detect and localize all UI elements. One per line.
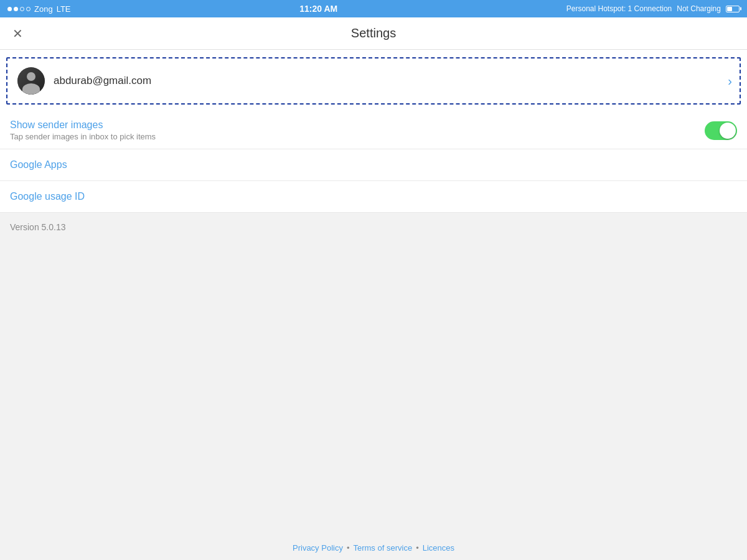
sender-images-toggle[interactable] xyxy=(705,121,737,140)
gray-area: Version 5.0.13 xyxy=(0,213,747,560)
nav-bar: ✕ Settings xyxy=(0,17,747,50)
network-type: LTE xyxy=(57,4,71,14)
toggle-knob xyxy=(720,123,736,139)
privacy-policy-link[interactable]: Privacy Policy xyxy=(293,543,343,553)
footer-separator-2: • xyxy=(416,543,419,553)
toggle-label: Show sender images xyxy=(10,119,156,131)
footer: Privacy Policy • Terms of service • Lice… xyxy=(0,535,747,560)
hotspot-text: Personal Hotspot: 1 Connection xyxy=(566,4,672,13)
toggle-text: Show sender images Tap sender images in … xyxy=(10,119,156,141)
signal-dot-4 xyxy=(26,7,31,11)
close-button[interactable]: ✕ xyxy=(10,24,26,44)
battery-fill xyxy=(727,7,732,11)
battery-text: Not Charging xyxy=(677,4,721,13)
page-title: Settings xyxy=(351,26,396,40)
battery-icon xyxy=(726,6,740,12)
account-row[interactable]: abdurab@gmail.com › xyxy=(6,57,741,105)
status-right: Personal Hotspot: 1 Connection Not Charg… xyxy=(566,4,740,13)
toggle-sublabel: Tap sender images in inbox to pick items xyxy=(10,132,156,141)
licences-link[interactable]: Licences xyxy=(423,543,454,553)
avatar-image xyxy=(17,67,45,95)
status-time: 11:20 AM xyxy=(299,4,337,14)
google-apps-label: Google Apps xyxy=(10,159,67,170)
version-text: Version 5.0.13 xyxy=(10,222,66,232)
google-usage-id-label: Google usage ID xyxy=(10,191,85,202)
carrier-name: Zong xyxy=(34,4,53,14)
page-wrapper: Zong LTE 11:20 AM Personal Hotspot: 1 Co… xyxy=(0,0,747,560)
chevron-right-icon: › xyxy=(728,74,732,88)
settings-content: abdurab@gmail.com › Show sender images T… xyxy=(0,50,747,213)
account-email: abdurab@gmail.com xyxy=(54,75,730,87)
google-apps-item[interactable]: Google Apps xyxy=(0,149,747,181)
signal-dot-1 xyxy=(7,7,12,11)
avatar xyxy=(17,67,45,95)
signal-dot-2 xyxy=(14,7,18,11)
signal-dots xyxy=(7,7,31,11)
show-sender-images-row: Show sender images Tap sender images in … xyxy=(0,112,747,149)
status-bar: Zong LTE 11:20 AM Personal Hotspot: 1 Co… xyxy=(0,0,747,17)
terms-of-service-link[interactable]: Terms of service xyxy=(353,543,412,553)
main-content: abdurab@gmail.com › Show sender images T… xyxy=(0,50,747,560)
signal-dot-3 xyxy=(20,7,24,11)
status-left: Zong LTE xyxy=(7,4,71,14)
footer-separator-1: • xyxy=(347,543,350,553)
google-usage-id-item[interactable]: Google usage ID xyxy=(0,181,747,213)
